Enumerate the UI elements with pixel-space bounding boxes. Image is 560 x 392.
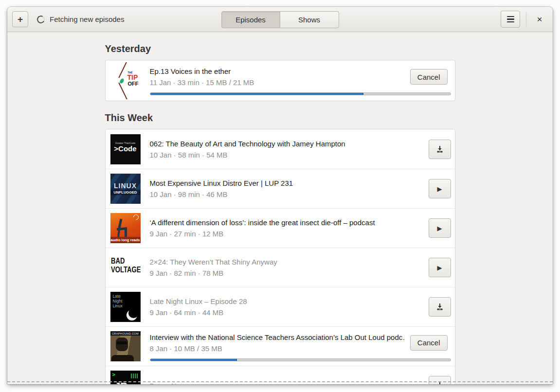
window-bottom-dashed-edge [7,381,553,382]
download-icon [436,145,444,153]
play-button[interactable]: ▶ [429,258,451,277]
episode-row-linux-unplugged: LINUX UNPLUGGED Most Expensive Linux Dis… [106,169,455,208]
episode-meta: 10 Jan · 98 min · 46 MB [150,189,423,200]
play-button[interactable]: ▶ [429,218,451,238]
episode-title: ‘A different dimension of loss’: inside … [150,217,423,228]
tab-episodes[interactable]: Episodes [221,11,280,28]
play-icon: ▶ [437,264,442,271]
section-title-yesterday: Yesterday [105,43,455,54]
download-button[interactable] [429,140,451,159]
podcast-cover-linux-unplugged: LINUX UNPLUGGED [110,174,141,204]
podcast-cover-late-night-linux: Late Night Linux [110,292,141,322]
podcast-cover-greater-than-code: Greater ThanCode >Code [110,134,141,164]
episode-title: 2×24: They Weren’t That Shiny Anyway [150,256,423,267]
download-icon [436,303,444,311]
download-button[interactable] [429,297,451,317]
app-window: + Fetching new episodes Episodes Shows ×… [7,7,553,384]
close-icon: × [537,14,542,25]
episodes-view: Yesterday THE TIP OFF Ep.13 Voices in th… [7,32,553,384]
section-title-this-week: This Week [105,112,455,124]
episode-meta: 10 Jan · 58 min · 54 MB [150,149,423,160]
this-week-card: Greater ThanCode >Code 062: The Beauty o… [105,129,455,384]
yesterday-card: THE TIP OFF Ep.13 Voices in the ether 11… [105,60,455,101]
cancel-download-button[interactable]: Cancel [410,69,448,85]
episode-title: 062: The Beauty of Art and Technology wi… [150,138,423,149]
episode-row-greater-than-code: Greater ThanCode >Code 062: The Beauty o… [106,129,455,169]
view-switcher: Episodes Shows [221,11,339,28]
menu-button[interactable] [501,11,520,28]
progress-fill [150,359,237,361]
podcast-cover-audio-long-reads: audio long reads [110,213,141,243]
episode-row-tipoff: THE TIP OFF Ep.13 Voices in the ether 11… [106,60,455,101]
download-progressbar [150,92,451,95]
add-podcast-button[interactable]: + [12,11,28,27]
headerbar: + Fetching new episodes Episodes Shows × [7,7,553,32]
episode-meta: 9 Jan · 82 min · 78 MB [150,267,423,279]
play-button[interactable]: ▶ [429,179,451,198]
episode-meta: 9 Jan · 64 min · 44 MB [150,307,423,318]
episode-title: Late Night Linux – Episode 28 [150,296,423,307]
plus-icon: + [18,14,23,25]
podcast-cover-the-tip-off: THE TIP OFF [110,62,141,99]
episode-title: Most Expensive Linux Distro Ever | LUP 2… [150,178,423,189]
episode-row-audio-long-reads: audio long reads ‘A different dimension … [106,208,455,248]
episode-row-bad-voltage: BAD VOLTAGE 2×24: They Weren’t That Shin… [106,248,455,287]
download-button[interactable] [429,376,451,384]
progress-fill [150,93,363,95]
podcast-cover-bad-voltage: BAD VOLTAGE [110,252,141,283]
episode-row-craphound: CRAPHOUND.COM Interview with the Nationa… [106,326,455,366]
download-progressbar [150,358,451,361]
tab-shows[interactable]: Shows [280,11,339,28]
status-text: Fetching new episodes [50,15,124,23]
episode-row-late-night-linux: Late Night Linux Late Night Linux – Epis… [106,287,455,326]
podcast-cover-craphound: CRAPHOUND.COM [110,331,141,361]
spinner-icon [36,15,46,24]
episode-title: Interview with the National Science Teac… [150,332,404,343]
play-icon: ▶ [437,225,442,232]
episode-meta: 9 Jan · 27 min · 12 MB [150,228,423,239]
episode-meta: 8 Jan · 10 MB / 35 MB [150,343,404,354]
episode-title: Ep.13 Voices in the ether [150,66,404,77]
play-icon: ▶ [437,185,442,193]
header-right: × [501,11,548,28]
close-window-button[interactable]: × [531,11,548,28]
episode-meta: 11 Jan · 33 min · 15 MB / 21 MB [150,77,404,88]
cancel-download-button[interactable]: Cancel [410,335,448,351]
hamburger-icon [507,16,514,17]
header-separator [526,12,526,27]
